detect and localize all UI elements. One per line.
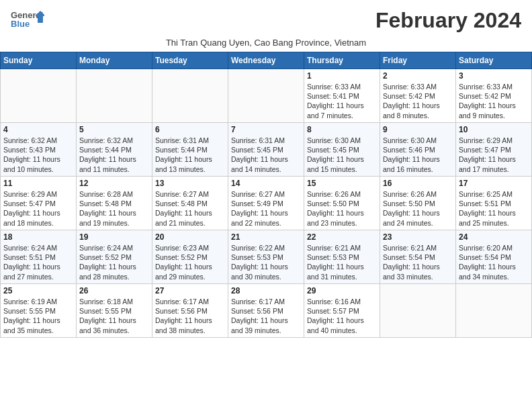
day-number: 28 [231,286,301,295]
day-number: 15 [307,179,377,188]
day-info: Sunrise: 6:29 AM Sunset: 5:47 PM Dayligh… [3,189,73,228]
logo-svg: General Blue [11,8,44,35]
calendar-cell: 9Sunrise: 6:30 AM Sunset: 5:46 PM Daylig… [380,123,456,177]
calendar-cell: 2Sunrise: 6:33 AM Sunset: 5:42 PM Daylig… [380,69,456,123]
day-info: Sunrise: 6:20 AM Sunset: 5:54 PM Dayligh… [459,243,529,281]
calendar-day-header: Thursday [304,52,380,69]
calendar-cell: 3Sunrise: 6:33 AM Sunset: 5:42 PM Daylig… [456,69,532,123]
day-info: Sunrise: 6:24 AM Sunset: 5:52 PM Dayligh… [79,243,149,281]
day-info: Sunrise: 6:28 AM Sunset: 5:48 PM Dayligh… [79,189,149,228]
calendar-cell: 13Sunrise: 6:27 AM Sunset: 5:48 PM Dayli… [152,177,228,230]
calendar-cell [77,69,152,123]
svg-text:Blue: Blue [11,19,30,29]
calendar-cell: 1Sunrise: 6:33 AM Sunset: 5:41 PM Daylig… [304,69,380,123]
calendar-cell [380,284,456,338]
day-info: Sunrise: 6:26 AM Sunset: 5:50 PM Dayligh… [383,189,453,228]
day-number: 5 [79,125,149,134]
calendar-cell: 27Sunrise: 6:17 AM Sunset: 5:56 PM Dayli… [152,284,228,338]
calendar-cell: 23Sunrise: 6:21 AM Sunset: 5:54 PM Dayli… [380,230,456,284]
month-title: February 2024 [375,8,521,33]
day-number: 19 [79,232,149,242]
day-number: 13 [155,179,225,188]
calendar-cell [152,69,228,123]
day-number: 3 [459,71,529,81]
calendar-cell: 17Sunrise: 6:25 AM Sunset: 5:51 PM Dayli… [456,177,532,230]
calendar-cell: 14Sunrise: 6:27 AM Sunset: 5:49 PM Dayli… [228,177,304,230]
day-info: Sunrise: 6:30 AM Sunset: 5:46 PM Dayligh… [383,136,453,174]
calendar-cell: 19Sunrise: 6:24 AM Sunset: 5:52 PM Dayli… [77,230,152,284]
calendar-cell [228,69,304,123]
day-info: Sunrise: 6:21 AM Sunset: 5:54 PM Dayligh… [383,243,453,281]
calendar-cell: 5Sunrise: 6:32 AM Sunset: 5:44 PM Daylig… [77,123,152,177]
day-number: 11 [3,179,73,188]
calendar-week-row: 11Sunrise: 6:29 AM Sunset: 5:47 PM Dayli… [1,177,532,230]
day-info: Sunrise: 6:27 AM Sunset: 5:48 PM Dayligh… [155,189,225,228]
calendar-day-header: Wednesday [228,52,304,69]
day-number: 2 [383,71,453,81]
calendar-day-header: Sunday [1,52,77,69]
day-info: Sunrise: 6:27 AM Sunset: 5:49 PM Dayligh… [231,189,301,228]
day-number: 23 [383,232,453,242]
day-number: 12 [79,179,149,188]
calendar-cell: 7Sunrise: 6:31 AM Sunset: 5:45 PM Daylig… [228,123,304,177]
day-number: 7 [231,125,301,134]
calendar-cell: 28Sunrise: 6:17 AM Sunset: 5:56 PM Dayli… [228,284,304,338]
logo: General Blue [11,8,44,35]
day-number: 26 [79,286,149,295]
calendar-cell: 20Sunrise: 6:23 AM Sunset: 5:52 PM Dayli… [152,230,228,284]
day-number: 22 [307,232,377,242]
calendar-cell: 21Sunrise: 6:22 AM Sunset: 5:53 PM Dayli… [228,230,304,284]
calendar-cell: 8Sunrise: 6:30 AM Sunset: 5:45 PM Daylig… [304,123,380,177]
day-number: 29 [307,286,377,295]
day-info: Sunrise: 6:29 AM Sunset: 5:47 PM Dayligh… [459,136,529,174]
day-number: 27 [155,286,225,295]
calendar-cell: 12Sunrise: 6:28 AM Sunset: 5:48 PM Dayli… [77,177,152,230]
calendar-week-row: 25Sunrise: 6:19 AM Sunset: 5:55 PM Dayli… [1,284,532,338]
page-header: General Blue February 2024 [0,0,532,38]
calendar-cell: 11Sunrise: 6:29 AM Sunset: 5:47 PM Dayli… [1,177,77,230]
calendar-cell: 4Sunrise: 6:32 AM Sunset: 5:43 PM Daylig… [1,123,77,177]
header-right: February 2024 [375,8,521,33]
day-info: Sunrise: 6:32 AM Sunset: 5:44 PM Dayligh… [79,136,149,174]
calendar-cell: 24Sunrise: 6:20 AM Sunset: 5:54 PM Dayli… [456,230,532,284]
calendar-cell: 29Sunrise: 6:16 AM Sunset: 5:57 PM Dayli… [304,284,380,338]
day-info: Sunrise: 6:30 AM Sunset: 5:45 PM Dayligh… [307,136,377,174]
day-info: Sunrise: 6:19 AM Sunset: 5:55 PM Dayligh… [3,297,73,335]
day-number: 21 [231,232,301,242]
day-info: Sunrise: 6:18 AM Sunset: 5:55 PM Dayligh… [79,297,149,335]
calendar-day-header: Monday [77,52,152,69]
day-info: Sunrise: 6:17 AM Sunset: 5:56 PM Dayligh… [231,297,301,335]
calendar-table: SundayMondayTuesdayWednesdayThursdayFrid… [0,52,532,338]
calendar-day-header: Saturday [456,52,532,69]
calendar-day-header: Tuesday [152,52,228,69]
calendar-week-row: 18Sunrise: 6:24 AM Sunset: 5:51 PM Dayli… [1,230,532,284]
day-info: Sunrise: 6:32 AM Sunset: 5:43 PM Dayligh… [3,136,73,174]
calendar-cell: 15Sunrise: 6:26 AM Sunset: 5:50 PM Dayli… [304,177,380,230]
day-info: Sunrise: 6:26 AM Sunset: 5:50 PM Dayligh… [307,189,377,228]
day-number: 4 [3,125,73,134]
day-info: Sunrise: 6:33 AM Sunset: 5:42 PM Dayligh… [383,82,453,120]
day-info: Sunrise: 6:24 AM Sunset: 5:51 PM Dayligh… [3,243,73,281]
day-number: 10 [459,125,529,134]
day-number: 6 [155,125,225,134]
day-number: 16 [383,179,453,188]
day-info: Sunrise: 6:25 AM Sunset: 5:51 PM Dayligh… [459,189,529,228]
day-number: 25 [3,286,73,295]
day-info: Sunrise: 6:23 AM Sunset: 5:52 PM Dayligh… [155,243,225,281]
day-number: 17 [459,179,529,188]
calendar-cell: 26Sunrise: 6:18 AM Sunset: 5:55 PM Dayli… [77,284,152,338]
calendar-week-row: 1Sunrise: 6:33 AM Sunset: 5:41 PM Daylig… [1,69,532,123]
day-info: Sunrise: 6:17 AM Sunset: 5:56 PM Dayligh… [155,297,225,335]
calendar-week-row: 4Sunrise: 6:32 AM Sunset: 5:43 PM Daylig… [1,123,532,177]
day-info: Sunrise: 6:16 AM Sunset: 5:57 PM Dayligh… [307,297,377,335]
calendar-cell: 18Sunrise: 6:24 AM Sunset: 5:51 PM Dayli… [1,230,77,284]
day-number: 18 [3,232,73,242]
calendar-cell [456,284,532,338]
calendar-header-row: SundayMondayTuesdayWednesdayThursdayFrid… [1,52,532,69]
day-info: Sunrise: 6:22 AM Sunset: 5:53 PM Dayligh… [231,243,301,281]
day-number: 24 [459,232,529,242]
day-number: 20 [155,232,225,242]
day-number: 8 [307,125,377,134]
day-info: Sunrise: 6:31 AM Sunset: 5:44 PM Dayligh… [155,136,225,174]
calendar-day-header: Friday [380,52,456,69]
